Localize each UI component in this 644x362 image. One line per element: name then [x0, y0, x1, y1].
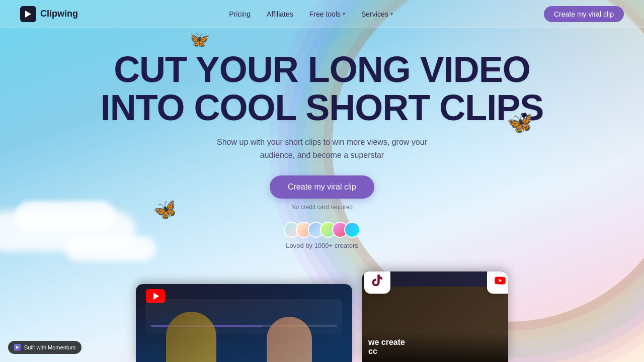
hero-title-line2: INTO COOL SHORT CLIPS — [101, 87, 543, 128]
avatars-row — [284, 222, 360, 238]
free-tools-label: Free tools — [309, 10, 341, 18]
momentum-label: Built with Momentum — [24, 344, 75, 350]
cc-label: we createcc — [368, 338, 502, 356]
tiktok-badge — [364, 272, 390, 294]
preview-section: we createcc — [0, 272, 644, 362]
nav-logo[interactable]: Clipwing — [20, 6, 78, 22]
logo-icon — [20, 6, 36, 22]
brand-name: Clipwing — [40, 9, 78, 19]
loved-by-text: Loved by 1000+ creators — [286, 242, 358, 249]
video-card-right: we createcc — [362, 272, 508, 362]
chevron-down-icon: ▾ — [343, 11, 345, 17]
nav-cta-button[interactable]: Create my viral clip — [544, 6, 624, 22]
momentum-logo — [16, 345, 20, 349]
avatar — [344, 222, 360, 238]
youtube-shorts-icon — [494, 274, 507, 287]
hero-title-line1: CUT YOUR LONG VIDEO — [114, 49, 530, 89]
face-right — [267, 317, 312, 362]
video-card-left — [136, 284, 352, 362]
video-faces — [136, 302, 352, 362]
youtube-play-icon — [153, 293, 159, 300]
momentum-icon — [14, 344, 21, 351]
tiktok-icon — [370, 274, 384, 288]
nav-link-free-tools[interactable]: Free tools ▾ — [303, 7, 351, 21]
nav-link-affiliates[interactable]: Affiliates — [261, 7, 299, 21]
svg-marker-0 — [16, 346, 19, 349]
hero-cta-button[interactable]: Create my viral clip — [270, 175, 374, 199]
hero-section: CUT YOUR LONG VIDEO INTO COOL SHORT CLIP… — [0, 28, 644, 249]
logo-svg — [23, 9, 33, 19]
hero-subtitle: Show up with your short clips to win mor… — [0, 136, 644, 161]
services-label: Services — [361, 10, 388, 18]
hero-title: CUT YOUR LONG VIDEO INTO COOL SHORT CLIP… — [0, 51, 644, 127]
no-credit-card-note: No credit card required — [0, 204, 644, 211]
navbar: Clipwing Pricing Affiliates Free tools ▾… — [0, 0, 644, 28]
nav-links: Pricing Affiliates Free tools ▾ Services… — [223, 7, 398, 21]
youtube-shorts-badge — [487, 272, 508, 294]
butterfly-decoration-2: 🦋 — [506, 110, 534, 136]
nav-link-services[interactable]: Services ▾ — [355, 7, 399, 21]
momentum-badge: Built with Momentum — [8, 341, 82, 354]
face-left — [166, 312, 216, 362]
nav-link-pricing[interactable]: Pricing — [223, 7, 257, 21]
avatars-section: Loved by 1000+ creators — [0, 222, 644, 249]
right-card-content: we createcc — [362, 332, 508, 362]
chevron-down-icon-services: ▾ — [390, 11, 393, 17]
